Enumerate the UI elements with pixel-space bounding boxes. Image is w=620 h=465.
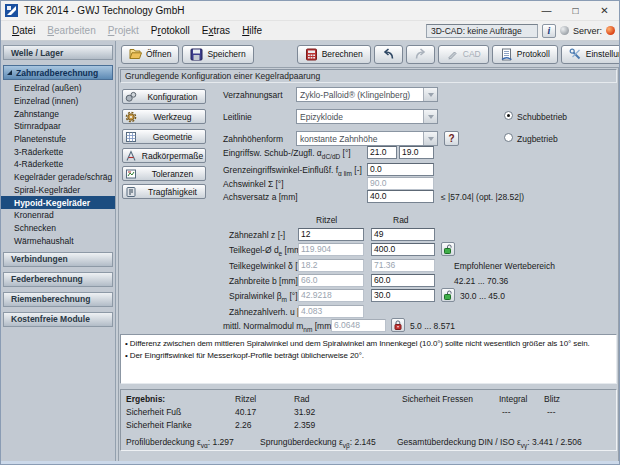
cone-diameter-wheel-input[interactable]: 400.0 — [371, 243, 435, 256]
sidebar-section-verbindungen[interactable]: Verbindungen — [3, 252, 113, 267]
flank-safety-pinion: 2.26 — [235, 420, 252, 430]
chevron-down-icon — [423, 132, 437, 145]
toolbar: Öffnen Speichern Berechnen CAD — [116, 41, 620, 67]
note-line: • Der Eingriffswinkel für Messerkopf-Pro… — [125, 350, 614, 362]
sidebar-item-zahnstange[interactable]: Zahnstange — [1, 107, 115, 120]
load-capacity-icon — [125, 186, 137, 198]
sidebar-item-schnecken[interactable]: Schnecken — [1, 222, 115, 235]
nav-toleranzen-button[interactable]: Toleranzen — [122, 166, 206, 181]
sidebar-item-3-raederkette[interactable]: 3-Räderkette — [1, 145, 115, 158]
menu-bar: Datei Bearbeiten Projekt Protokoll Extra… — [1, 21, 619, 41]
cone-angle-label: Teilkegelwinkel δ [°] — [229, 261, 303, 271]
undo-button[interactable] — [374, 45, 403, 64]
spiral-angle-wheel-input[interactable]: 30.0 — [371, 289, 435, 302]
verzahnungsart-select[interactable]: Zyklo-Palloid® (Klingelnberg) — [296, 87, 438, 102]
open-button[interactable]: Öffnen — [121, 45, 179, 64]
sidebar-section-kostenfreie-module[interactable]: Kostenfreie Module — [3, 312, 113, 327]
sidebar-section-federberechnung[interactable]: Federberechnung — [3, 272, 113, 287]
app-logo-icon — [5, 4, 18, 17]
offset-input[interactable]: 40.0 — [367, 190, 434, 203]
sidebar-section-welle-lager[interactable]: Welle / Lager — [3, 45, 113, 60]
menu-hilfe[interactable]: Hilfe — [236, 23, 268, 38]
results-col-blitz: Blitz — [544, 394, 560, 404]
maximize-button[interactable]: □ — [561, 1, 590, 20]
menu-bearbeiten: Bearbeiten — [41, 23, 101, 38]
redo-arrow-icon — [414, 48, 427, 60]
leitlinie-select[interactable]: Epizykloide — [296, 109, 438, 124]
menu-datei[interactable]: Datei — [6, 23, 41, 38]
zugbetrieb-label: Zugbetrieb — [517, 134, 558, 144]
cone-diameter-lock-button[interactable] — [441, 242, 455, 256]
spiral-angle-lock-button[interactable] — [441, 288, 455, 302]
teeth-pinion-input[interactable]: 12 — [298, 228, 364, 241]
nav-tragfaehigkeit-button[interactable]: Tragfähigkeit — [122, 184, 206, 199]
offset-label: Achsversatz a [mm] — [223, 192, 298, 202]
menu-protokoll[interactable]: Protokoll — [145, 23, 196, 38]
minimize-button[interactable]: — — [532, 1, 561, 20]
sidebar-item-spiral-kegelraeder[interactable]: Spiral-Kegelräder — [1, 184, 115, 197]
sidebar-item-planetenstufe[interactable]: Planetenstufe — [1, 133, 115, 146]
limit-angle-label: Grenzeingriffswinkel-Einflußf. fα lim [-… — [223, 165, 362, 177]
zugbetrieb-radio[interactable] — [504, 133, 513, 142]
cad-status-box: 3D-CAD: keine Aufträge — [426, 24, 538, 38]
sidebar-item-hypoid-kegelraeder[interactable]: Hypoid-Kegelräder — [1, 196, 115, 209]
sidebar-item-einzelrad-innen[interactable]: Einzelrad (innen) — [1, 95, 115, 108]
cone-diameter-pinion-input: 119.904 — [298, 243, 364, 256]
zahnhoehenform-help-button[interactable]: ? — [444, 131, 459, 146]
window-controls: — □ ✕ — [532, 1, 619, 20]
face-width-wheel-input[interactable]: 60.0 — [371, 274, 435, 287]
locked-icon — [393, 320, 403, 331]
save-disk-icon — [190, 48, 203, 61]
compass-dimension-icon — [125, 150, 137, 162]
menu-extras[interactable]: Extras — [196, 23, 236, 38]
calculate-button[interactable]: Berechnen — [297, 45, 371, 64]
protocol-button[interactable]: Protokoll — [492, 45, 558, 64]
sidebar-item-waermehaushalt[interactable]: Wärmehaushalt — [1, 234, 115, 247]
open-folder-icon — [129, 48, 142, 60]
menu-projekt: Projekt — [102, 23, 145, 38]
nav-konfiguration-button[interactable]: Konfiguration — [122, 89, 206, 104]
results-col-ritzel: Ritzel — [235, 394, 256, 404]
menu-status-area: 3D-CAD: keine Aufträge i Server: — [426, 24, 619, 38]
sidebar-item-kronenrad[interactable]: Kronenrad — [1, 209, 115, 222]
server-label: Server: — [573, 26, 602, 36]
save-button[interactable]: Speichern — [182, 45, 253, 64]
root-safety-pinion: 40.17 — [235, 407, 256, 417]
sidebar-item-4-raederkette[interactable]: 4-Räderkette — [1, 158, 115, 171]
window-title: TBK 2014 - GWJ Technology GmbH — [24, 5, 184, 16]
info-button[interactable]: i — [542, 24, 556, 38]
offset-hint: ≤ |57.04| (opt. |28.52|) — [441, 192, 524, 202]
spiral-angle-range: 30.0 ... 45.0 — [460, 291, 505, 301]
limit-angle-input[interactable]: 0.0 — [367, 163, 434, 176]
schubbetrieb-radio[interactable] — [504, 111, 513, 120]
root-safety-integral: --- — [502, 407, 511, 417]
teeth-wheel-input[interactable]: 49 — [371, 228, 435, 241]
profile-overlap: Profilüberdeckung εvα: 1.297 — [126, 437, 234, 449]
normal-module-label: mittl. Normalmodul mnm [mm] — [223, 321, 334, 333]
nav-geometrie-button[interactable]: Geometrie — [122, 129, 206, 144]
app-window: TBK 2014 - GWJ Technology GmbH — □ ✕ Dat… — [0, 0, 620, 465]
sidebar-item-einzelrad-aussen[interactable]: Einzelrad (außen) — [1, 82, 115, 95]
server-status-indicator — [606, 26, 615, 35]
nav-radkoerpermasse-button[interactable]: Radkörpermaße — [122, 148, 206, 163]
nav-werkzeug-button[interactable]: Werkzeug — [122, 109, 206, 124]
page-title: Grundlegende Konfiguration einer Kegelra… — [120, 69, 617, 83]
sidebar-section-riemenberechnung[interactable]: Riemenberechnung — [3, 292, 113, 307]
sidebar-item-kegelraeder[interactable]: Kegelräder gerade/schräg — [1, 171, 115, 184]
pressure-angle-input-1[interactable]: 21.0 — [367, 146, 397, 159]
chevron-down-icon — [423, 110, 437, 123]
pressure-angle-label: Eingriffsw. Schub-/Zugfl. αdC/dD [°] — [223, 148, 351, 160]
pressure-angle-input-2[interactable]: 19.0 — [399, 146, 434, 159]
close-button[interactable]: ✕ — [590, 1, 619, 20]
window-bottom-frame — [1, 461, 619, 464]
unlocked-icon — [443, 244, 453, 255]
sidebar-section-zahnradberechnung[interactable]: Zahnradberechnung — [3, 65, 113, 80]
calculator-icon — [305, 48, 318, 61]
sidebar-item-stirnradpaar[interactable]: Stirnradpaar — [1, 120, 115, 133]
zahnhoehenform-select[interactable]: konstante Zahnhöhe — [296, 131, 438, 146]
title-bar: TBK 2014 - GWJ Technology GmbH — □ ✕ — [1, 1, 619, 21]
normal-module-lock-button[interactable] — [391, 318, 405, 332]
settings-button[interactable]: Einstellungen — [561, 45, 620, 64]
notes-box: • Differenz zwischen dem mittleren Spira… — [120, 334, 617, 384]
cone-diameter-label: Teilkegel-Ø de [mm] — [229, 245, 303, 257]
